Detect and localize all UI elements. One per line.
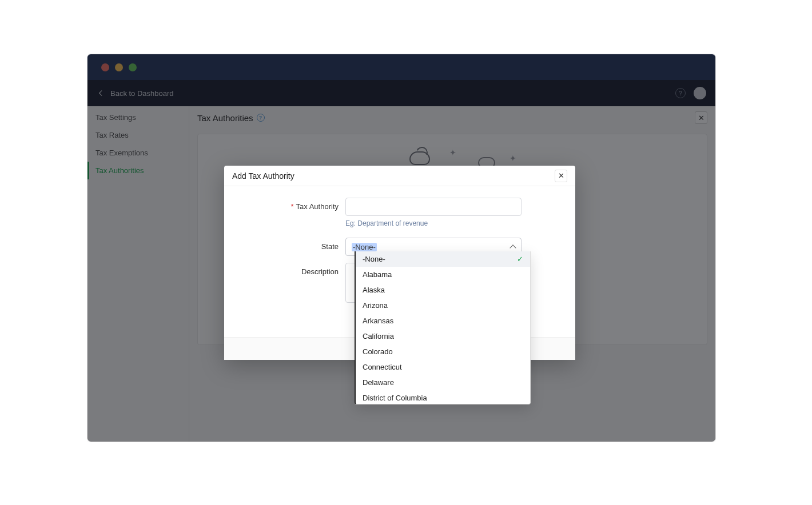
window-zoom-traffic-light[interactable] — [129, 63, 137, 71]
state-option-district-of-columbia[interactable]: District of Columbia — [356, 390, 530, 404]
sidebar-item-tax-rates[interactable]: Tax Rates — [87, 126, 189, 144]
description-label: Description — [301, 267, 339, 276]
state-option-california[interactable]: California — [356, 328, 530, 344]
topbar: Back to Dashboard ? — [87, 80, 715, 106]
sparkle-icon: ✦ — [510, 154, 516, 163]
state-dropdown: -None- ✓ Alabama Alaska Arizona Arkansas… — [355, 251, 531, 404]
sidebar: Tax Settings Tax Rates Tax Exemptions Ta… — [87, 106, 189, 442]
option-label: District of Columbia — [363, 394, 427, 402]
option-label: Alabama — [363, 270, 392, 279]
back-label: Back to Dashboard — [110, 89, 174, 98]
page-title: Tax Authorities — [197, 113, 253, 123]
sidebar-item-label: Tax Exemptions — [95, 149, 148, 157]
help-info-icon[interactable]: ? — [257, 114, 265, 122]
page-close-button[interactable]: ✕ — [695, 111, 707, 124]
sidebar-item-label: Tax Settings — [95, 113, 136, 122]
window-close-traffic-light[interactable] — [101, 63, 109, 71]
option-label: Arkansas — [363, 316, 393, 325]
user-avatar[interactable] — [694, 87, 706, 99]
state-option-arkansas[interactable]: Arkansas — [356, 313, 530, 328]
state-option-alaska[interactable]: Alaska — [356, 282, 530, 298]
chevron-up-icon — [510, 245, 516, 251]
tax-authority-input[interactable] — [345, 198, 522, 216]
sidebar-item-tax-exemptions[interactable]: Tax Exemptions — [87, 144, 189, 162]
sidebar-item-label: Tax Authorities — [95, 166, 144, 175]
state-selected-value: -None- — [352, 243, 377, 251]
back-to-dashboard-link[interactable]: Back to Dashboard — [97, 89, 174, 98]
option-label: Alaska — [363, 286, 385, 294]
required-asterisk: * — [291, 202, 294, 211]
window-minimize-traffic-light[interactable] — [115, 63, 123, 71]
modal-close-button[interactable]: ✕ — [555, 170, 567, 182]
check-icon: ✓ — [517, 255, 523, 263]
state-label: State — [321, 242, 339, 251]
option-label: Delaware — [363, 378, 394, 387]
sparkle-icon: ✦ — [449, 148, 456, 157]
sidebar-item-tax-authorities[interactable]: Tax Authorities — [87, 162, 189, 179]
state-option-delaware[interactable]: Delaware — [356, 375, 530, 390]
option-label: -None- — [363, 255, 385, 263]
window-titlebar — [87, 54, 715, 80]
state-option-alabama[interactable]: Alabama — [356, 267, 530, 282]
arrow-left-icon — [97, 89, 105, 97]
state-option-colorado[interactable]: Colorado — [356, 344, 530, 359]
state-option-none[interactable]: -None- ✓ — [356, 251, 530, 267]
option-label: California — [363, 332, 394, 340]
modal-title: Add Tax Authority — [232, 171, 294, 181]
sidebar-item-label: Tax Rates — [95, 131, 129, 139]
sidebar-item-tax-settings[interactable]: Tax Settings — [87, 109, 189, 126]
state-option-arizona[interactable]: Arizona — [356, 298, 530, 313]
tax-authority-hint: Eg: Department of revenue — [345, 219, 562, 227]
state-option-connecticut[interactable]: Connecticut — [356, 359, 530, 375]
option-label: Arizona — [363, 301, 388, 310]
help-icon[interactable]: ? — [675, 88, 686, 98]
cloud-icon — [409, 151, 430, 165]
tax-authority-label: Tax Authority — [296, 202, 339, 211]
option-label: Colorado — [363, 347, 393, 356]
option-label: Connecticut — [363, 363, 402, 371]
